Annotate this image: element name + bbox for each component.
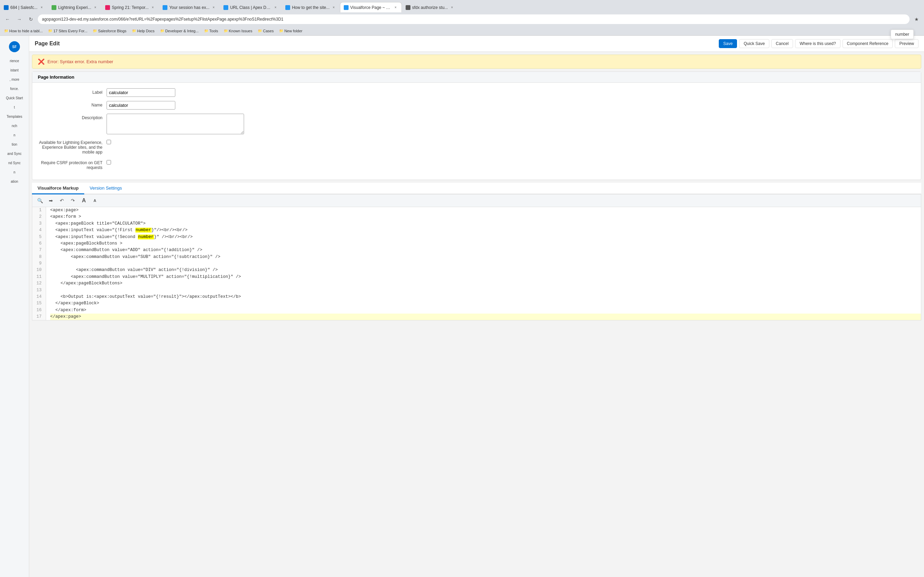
preview-button[interactable]: Preview [895,39,919,48]
line-number-4: 4 [35,227,43,234]
tooltip-text: number [895,32,909,37]
quick-save-button[interactable]: Quick Save [739,39,769,48]
bookmark-label: Salesforce Blogs [98,29,126,33]
bookmark-item[interactable]: 📁How to hide a tabl... [3,28,44,34]
sidebar-item-assistant[interactable]: istant [0,66,29,75]
bookmark-item[interactable]: 📁Developer & Integ... [159,28,200,34]
code-line-14: <b>Output is:<apex:outputText value="{!r… [50,294,921,300]
editor-tab-vf-markup[interactable]: Visualforce Markup [32,183,84,194]
reload-button[interactable]: ↻ [26,15,36,24]
tab-close-icon[interactable]: × [273,5,278,10]
redo-toolbar-btn[interactable]: ↷ [69,197,77,205]
tab-close-icon[interactable]: × [150,5,155,10]
code-line-17: </apex:page> [50,314,921,320]
sidebar-item-experience[interactable]: rience [0,56,29,66]
bookmark-item[interactable]: 📁Help Docs [131,28,156,34]
code-line-7: <apex:commandButton value="ADD" action="… [50,247,921,253]
bookmark-icon: 📁 [160,29,164,33]
lightning-checkbox[interactable] [107,140,111,144]
label-input[interactable] [107,88,175,97]
csrf-checkbox[interactable] [107,160,111,164]
bookmark-item[interactable]: 📁Salesforce Blogs [91,28,128,34]
name-field-label: Name [38,101,107,108]
code-line-4: <apex:inputText value="{!First number}"/… [50,227,921,234]
browser-tab-tab8[interactable]: sfdx authorize stu... × [402,2,458,12]
font-large-btn[interactable]: A [80,197,88,205]
forward-button[interactable]: → [15,15,24,24]
tab-label: Lightning Experi... [58,5,91,10]
line-number-14: 14 [35,294,43,300]
code-line-13 [50,287,921,294]
browser-tab-tab5[interactable]: URL Class | Apex De... × [220,2,281,12]
sidebar-item-ation[interactable]: ation [0,177,29,186]
browser-tab-tab6[interactable]: How to get the site... × [281,2,339,12]
bookmark-item[interactable]: 📁Known Issues [222,28,254,34]
forward-toolbar-btn[interactable]: ➡ [47,197,55,205]
bookmark-item[interactable]: 📁New folder [278,28,304,34]
browser-tab-tab1[interactable]: 684 | Salesfc... × [0,2,48,12]
code-line-2: <apex:form > [50,214,921,220]
highlight-number: number [136,228,152,232]
sidebar-item-n2[interactable]: n [0,168,29,177]
tab-close-icon[interactable]: × [393,5,398,10]
bookmark-item[interactable]: 📁Tools [203,28,220,34]
line-number-16: 16 [35,307,43,314]
tab-close-icon[interactable]: × [331,5,336,10]
page-edit-header: Page Edit Save Quick Save Cancel Where i… [29,36,924,52]
tab-favicon [105,5,110,10]
sidebar-item-nd-sync[interactable]: nd Sync [0,158,29,168]
component-reference-button[interactable]: Component Reference [843,39,893,48]
name-input[interactable] [107,101,175,110]
tab-close-icon[interactable]: × [211,5,216,10]
undo-toolbar-btn[interactable]: ↶ [58,197,66,205]
desc-field-label: Description [38,114,107,120]
tab-bar: 684 | Salesfc... × Lightning Experi... ×… [0,0,924,12]
sidebar-item-n[interactable]: n [0,131,29,140]
line-number-15: 15 [35,300,43,307]
address-bar-input[interactable] [38,15,909,24]
sidebar-item-tion[interactable]: tion [0,140,29,149]
section-header: Page Information [32,72,921,83]
code-editor: 🔍 ➡ ↶ ↷ A A 1234567891011121314151617 <a… [32,194,921,321]
bookmark-label: How to hide a tabl... [9,29,43,33]
bookmark-icon: 📁 [258,29,262,33]
desc-textarea[interactable] [107,114,244,134]
code-content[interactable]: <apex:page> <apex:form > <apex:pageBlock… [46,207,921,320]
desc-row: Description [38,114,915,134]
back-button[interactable]: ← [3,15,12,24]
browser-tab-tab7[interactable]: Visualforce Page ~ S... × [340,2,402,12]
tab-close-icon[interactable]: × [450,5,454,10]
bookmark-label: Cases [263,29,274,33]
error-icon: ❌ [38,58,45,65]
sidebar-item-quick-start[interactable]: Quick Start [0,93,29,103]
sidebar-item-templates[interactable]: Templates [0,112,29,121]
save-button[interactable]: Save [719,39,737,48]
bookmark-item[interactable]: 📁Cases [257,28,275,34]
tab-close-icon[interactable]: × [39,5,44,10]
browser-tab-tab2[interactable]: Lightning Experi... × [48,2,102,12]
code-line-15: </apex:pageBlock> [50,300,921,307]
browser-tab-tab3[interactable]: Spring 21: Tempor... × [102,2,159,12]
sidebar-item-nch[interactable]: nch [0,121,29,131]
sidebar-item-item-t[interactable]: t [0,103,29,112]
bookmark-item[interactable]: 📁17 Sites Every For... [47,28,89,34]
bookmark-icon: 📁 [48,29,52,33]
code-line-1: <apex:page> [50,207,921,214]
code-line-11: <apex:commandButton value="MULTIPLY" act… [50,274,921,280]
font-small-btn[interactable]: A [91,197,99,205]
tab-close-icon[interactable]: × [93,5,98,10]
main-content: Page Edit Save Quick Save Cancel Where i… [29,36,924,577]
sidebar-item-salesforce[interactable]: force. [0,84,29,93]
code-line-6: <apex:pageBlockButtons > [50,240,921,247]
browser-tab-tab4[interactable]: Your session has ex... × [159,2,220,12]
bookmark-star[interactable]: ★ [912,15,921,24]
sidebar-item-more[interactable]: , more [0,75,29,84]
where-used-button[interactable]: Where is this used? [795,39,840,48]
sidebar-item-and-sync[interactable]: and Sync [0,149,29,158]
tab-favicon [52,5,57,10]
bookmark-label: Help Docs [137,29,155,33]
search-toolbar-btn[interactable]: 🔍 [36,197,44,205]
cancel-button[interactable]: Cancel [771,39,793,48]
editor-tab-version-settings[interactable]: Version Settings [84,183,128,194]
bookmark-icon: 📁 [204,29,208,33]
